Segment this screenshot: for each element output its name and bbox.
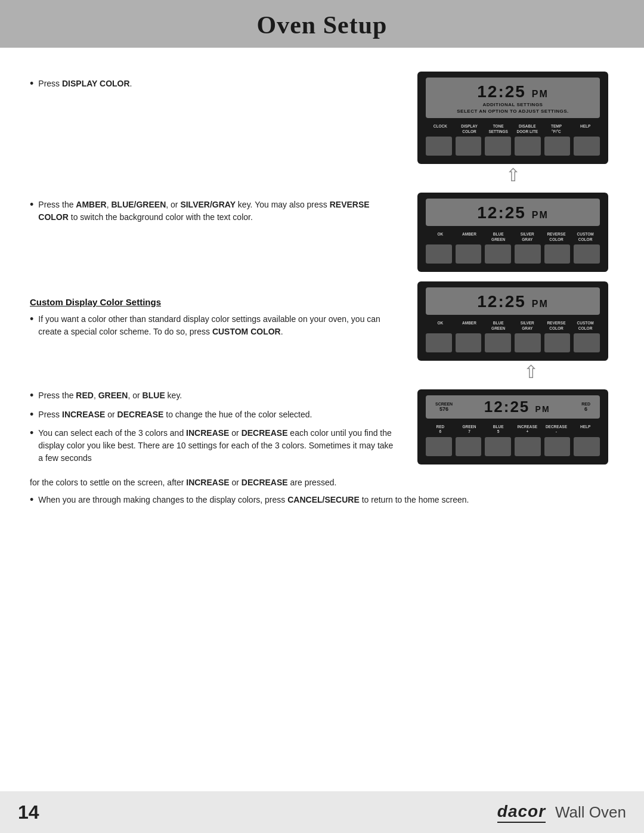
bullet-dot-4: • [30,389,33,402]
oven-btn-1-3[interactable] [485,137,511,156]
page-header: Oven Setup [0,0,644,48]
custom-text: If you want a color other than standard … [38,313,400,338]
oven-buttons-2 [426,244,600,264]
oven-labels-2: OK AMBER BLUEGREEN SILVERGRAY REVERSECOL… [426,232,600,242]
bullet-dot-1: • [30,78,33,91]
oven-btn-2-3[interactable] [485,244,511,264]
section1-bullet: • Press DISPLAY COLOR. [30,78,400,91]
oven-btn-3-3[interactable] [485,333,511,352]
section2-text: Press the AMBER, BLUE/GREEN, or SILVER/G… [38,199,400,224]
brand-name: dacor [497,802,546,823]
section2-bullet: • Press the AMBER, BLUE/GREEN, or SILVER… [30,199,400,224]
oven-panel-1: 12:25 PM ADDITIONAL SETTINGS SELECT AN O… [417,72,608,164]
custom-bullet: • If you want a color other than standar… [30,313,400,338]
oven-btn-1-1[interactable] [426,137,452,156]
oven-btn-3-2[interactable] [456,333,482,352]
oven-btn-4-6[interactable] [574,437,600,456]
oven-btn-4-3[interactable] [485,437,511,456]
oven-panel-3: 12:25 PM OK AMBER BLUEGREEN SILVERGRAY R… [417,281,608,361]
oven-btn-4-1[interactable] [426,437,452,456]
panel-2-container: 12:25 PM OK AMBER BLUEGREEN SILVERGRAY R… [411,193,614,272]
oven-btn-2-4[interactable] [515,244,541,264]
oven-btn-4-4[interactable] [515,437,541,456]
oven-buttons-3 [426,333,600,352]
oven-labels-3: OK AMBER BLUEGREEN SILVERGRAY REVERSECOL… [426,321,600,331]
oven-btn-1-4[interactable] [515,137,541,156]
oven-subtitle-1b: SELECT AN OPTION TO ADJUST SETTINGS. [432,108,594,114]
oven-buttons-4 [426,437,600,456]
bullet-dot-5: • [30,408,33,422]
page-footer: 14 dacor Wall Oven [0,791,644,833]
oven-labels-4: RED6 GREEN7 BLUE5 INCREASE+ DECREASE- HE… [426,425,600,435]
oven-btn-2-1[interactable] [426,244,452,264]
oven-time-1: 12:25 PM [432,82,594,101]
bullet-dot-3: • [30,313,33,326]
oven-time-4: 12:25 PM [484,398,550,416]
panel-4-container: SCREEN 576 12:25 PM RED 6 RED6 [411,389,614,470]
bullet-dot-6: • [30,427,33,440]
page-title: Oven Setup [0,11,644,39]
oven-screen-4: SCREEN 576 12:25 PM RED 6 [426,395,600,419]
oven-time-2: 12:25 PM [432,203,594,222]
oven-screen-2: 12:25 PM [426,199,600,226]
oven-btn-2-2[interactable] [456,244,482,264]
final-section: for the colors to settle on the screen, … [30,476,614,507]
oven-btn-3-4[interactable] [515,333,541,352]
oven-panel-4: SCREEN 576 12:25 PM RED 6 RED6 [417,389,608,465]
oven-screen-1: 12:25 PM ADDITIONAL SETTINGS SELECT AN O… [426,78,600,118]
panel-3-container: 12:25 PM OK AMBER BLUEGREEN SILVERGRAY R… [411,281,614,383]
oven-btn-2-5[interactable] [544,244,571,264]
oven-btn-1-2[interactable] [456,137,482,156]
oven-btn-3-6[interactable] [574,333,600,352]
oven-subtitle-1a: ADDITIONAL SETTINGS [432,101,594,108]
oven-btn-3-1[interactable] [426,333,452,352]
p4-screen-top: SCREEN 576 12:25 PM RED 6 [432,398,594,416]
lower-bullet-1: • Press the RED, GREEN, or BLUE key. [30,389,400,402]
page-number: 14 [18,801,39,823]
bullet-dot-7: • [30,494,33,507]
section1-bold: DISPLAY COLOR [62,79,130,88]
oven-buttons-1 [426,137,600,156]
full-width-bullet: for the colors to settle on the screen, … [30,476,614,489]
oven-btn-2-6[interactable] [574,244,600,264]
lower-bullet-3: • You can select each of the 3 colors an… [30,427,400,465]
oven-labels-1: CLOCK DISPLAYCOLOR TONESETTINGS DISABLED… [426,124,600,134]
last-bullet: • When you are through making changes to… [30,494,614,507]
oven-btn-3-5[interactable] [544,333,571,352]
brand-logo: dacor Wall Oven [497,802,626,823]
bullet-dot-2: • [30,199,33,212]
arrow-1: ⇧ [506,166,521,184]
brand-product: Wall Oven [555,803,626,822]
arrow-3: ⇧ [524,363,538,381]
oven-panel-2: 12:25 PM OK AMBER BLUEGREEN SILVERGRAY R… [417,193,608,272]
oven-btn-1-5[interactable] [544,137,571,156]
oven-btn-4-2[interactable] [456,437,482,456]
oven-time-3: 12:25 PM [432,292,594,311]
oven-screen-3: 12:25 PM [426,287,600,315]
lower-left-content: • Press the RED, GREEN, or BLUE key. • P… [30,389,400,470]
oven-btn-4-5[interactable] [544,437,571,456]
lower-bullet-2: • Press INCREASE or DECREASE to change t… [30,408,400,422]
oven-btn-1-6[interactable] [574,137,600,156]
panel-1-container: 12:25 PM ADDITIONAL SETTINGS SELECT AN O… [411,72,614,187]
custom-heading: Custom Display Color Settings [30,297,400,307]
section1-text: Press DISPLAY COLOR. [38,78,132,90]
